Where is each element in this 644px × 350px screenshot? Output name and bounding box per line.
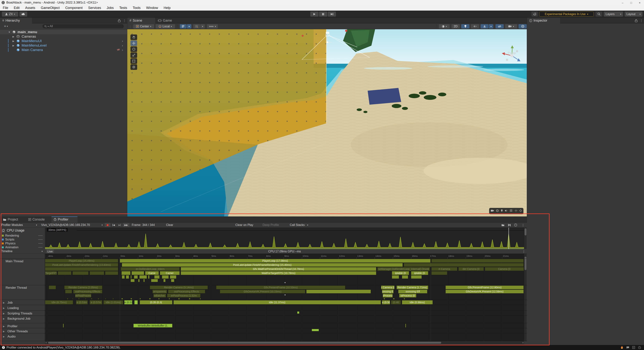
- cloud-button[interactable]: [20, 11, 27, 16]
- camera-view-dropdown[interactable]: ▾: [505, 24, 517, 28]
- timeline-bar[interactable]: [90, 271, 104, 275]
- console-status-icon[interactable]: [632, 346, 635, 349]
- cpu-usage-chart[interactable]: 33ms (30FPS): [45, 228, 524, 249]
- timeline-bar[interactable]: ansparents: [152, 290, 167, 293]
- timeline-bar[interactable]: Camera (0: [485, 267, 524, 271]
- timeline-bar[interactable]: Came: [145, 271, 158, 275]
- timeline-bar[interactable]: [45, 267, 118, 271]
- prefab-open-chevron-icon[interactable]: ›: [122, 48, 123, 52]
- foldout-arrow-icon[interactable]: ▶: [3, 325, 5, 328]
- overlay-skybox-icon[interactable]: [496, 209, 499, 213]
- snap-settings-button[interactable]: ▾: [207, 24, 218, 28]
- last-frame-button[interactable]: ▶▶: [123, 223, 129, 227]
- pause-button[interactable]: [319, 11, 327, 16]
- view-hand-tool-button[interactable]: [130, 34, 137, 40]
- timeline-bar[interactable]: r Camera (0.: [381, 286, 394, 289]
- thread-other-threads[interactable]: ▶Other Threads: [0, 329, 44, 334]
- timeline-bar[interactable]: [112, 298, 114, 299]
- thread-background-job[interactable]: ▶Background Job: [0, 317, 44, 321]
- first-frame-button[interactable]: ◀: [111, 223, 116, 227]
- timeline-bar[interactable]: [72, 271, 89, 275]
- grid-snap-toggle[interactable]: [180, 24, 186, 28]
- menu-help[interactable]: Help: [161, 5, 173, 10]
- timeline-bar[interactable]: cessing El: [382, 290, 394, 293]
- timeline-bar[interactable]: Gfx.WaitForPresentOnGfxThread (10.78ms): [181, 267, 376, 271]
- timeline-bar[interactable]: [49, 286, 56, 289]
- menu-file[interactable]: File: [0, 5, 11, 10]
- hierarchy-item-main-camera[interactable]: Main Camera›: [0, 48, 127, 52]
- maximize-button[interactable]: □: [627, 0, 636, 5]
- timeline-bar[interactable]: PostLateUpdate.FinishFrameRendering (13.…: [45, 263, 118, 267]
- timeline-bar[interactable]: erPostProcess (1.52m: [167, 294, 201, 298]
- status-message[interactable]: Profiler connected to AndroidPlayer(Vivo…: [6, 346, 120, 350]
- timeline-bar[interactable]: Idle (0.98ms): [402, 300, 433, 304]
- create-object-button[interactable]: +▾: [2, 24, 10, 28]
- visibility-off-icon[interactable]: [117, 48, 120, 52]
- timeline-hscrollbar[interactable]: ◂ ▸: [45, 342, 524, 344]
- thread-scripting-threads[interactable]: ▶Scripting Threads: [0, 312, 44, 316]
- overlay-grid-icon[interactable]: [510, 209, 513, 213]
- timeline-bar[interactable]: [98, 298, 99, 299]
- timeline-bar[interactable]: [151, 279, 158, 282]
- thread-audio[interactable]: ▶Audio: [0, 335, 44, 339]
- tab-console[interactable]: Console: [26, 216, 51, 223]
- overlay-gizmo-center-icon[interactable]: [514, 209, 518, 213]
- record-button[interactable]: [105, 223, 110, 227]
- timeline-bar[interactable]: neManager.DoRenderLoop_Internal() [Invok: [377, 267, 430, 271]
- timeline-bar[interactable]: [72, 298, 74, 299]
- timeline-bar[interactable]: PlayerLoop (15.49ms): [45, 259, 118, 263]
- cpu-module-title[interactable]: CPU Usage: [7, 229, 24, 233]
- inspector-menu-icon[interactable]: ⋮: [640, 19, 643, 22]
- menu-tools[interactable]: Tools: [130, 5, 143, 10]
- timeline-bar[interactable]: [122, 271, 130, 275]
- hierarchy-tab[interactable]: ≡ Hierarchy: [0, 18, 32, 23]
- prefab-open-chevron-icon[interactable]: ›: [122, 39, 123, 43]
- timeline-bar[interactable]: [122, 298, 123, 299]
- lock-icon[interactable]: [635, 19, 638, 22]
- timeline-bar[interactable]: ostProcessing Effects: [73, 290, 102, 293]
- clear-on-play-toggle[interactable]: Clear on Play: [234, 223, 254, 227]
- timeline-bar[interactable]: Idle (11.37ms): [174, 300, 381, 304]
- rect-tool-button[interactable]: [130, 58, 137, 64]
- timeline-bar[interactable]: WriteBuffer.WriteBuffer (1.: [134, 324, 172, 328]
- tab-project[interactable]: Project: [1, 216, 25, 223]
- search-button[interactable]: [596, 11, 602, 16]
- audio-toggle[interactable]: [471, 24, 479, 28]
- timeline-bar[interactable]: Render Camera (3.14ms): [150, 286, 208, 289]
- timeline-bar[interactable]: PlayerLoop (17.08ms): [120, 259, 431, 263]
- timeline-bar[interactable]: [432, 259, 524, 263]
- gizmos-toggle[interactable]: [518, 24, 527, 28]
- menu-edit[interactable]: Edit: [11, 5, 22, 10]
- save-profile-button[interactable]: [506, 223, 512, 227]
- step-button[interactable]: [328, 11, 336, 16]
- timeline-bar[interactable]: [140, 275, 147, 279]
- timeline-bar[interactable]: [67, 298, 68, 299]
- help-button[interactable]: ?: [513, 223, 518, 227]
- timeline-bar[interactable]: [78, 298, 80, 299]
- overlay-light-icon[interactable]: [501, 209, 503, 213]
- foldout-arrow-icon[interactable]: ▶: [3, 307, 5, 309]
- overlay-camera-icon[interactable]: [491, 209, 494, 213]
- menu-gameobject[interactable]: GameObject: [38, 5, 62, 10]
- flow-event-marker[interactable]: ▼: [284, 282, 286, 284]
- foldout-arrow-icon[interactable]: ▶: [3, 318, 5, 320]
- hierarchy-menu-icon[interactable]: ⋮: [123, 19, 126, 22]
- timeline-bar[interactable]: [122, 275, 125, 279]
- timeline-bar[interactable]: [171, 279, 174, 282]
- menu-services[interactable]: Services: [85, 5, 104, 10]
- timeline-bar[interactable]: [392, 275, 399, 279]
- timeline-bar[interactable]: e (0.53m: [76, 300, 88, 304]
- thread-profiler[interactable]: ▶Profiler: [0, 324, 44, 329]
- foldout-arrow-icon[interactable]: ▶: [12, 35, 15, 38]
- timeline-bar[interactable]: [402, 275, 408, 279]
- legend-animation[interactable]: Animation: [2, 246, 18, 249]
- timeline-bar[interactable]: [131, 275, 132, 279]
- timeline-bar[interactable]: Render Camera (2.05ms): [64, 286, 102, 289]
- timeline-bar[interactable]: e (0.57m: [90, 300, 102, 304]
- deep-profile-toggle[interactable]: Deep Profile: [261, 223, 280, 227]
- timeline-bar[interactable]: WaitForTargetFPS (10.78ms): [181, 271, 376, 275]
- timeline-bar[interactable]: der Camera (0: [458, 267, 484, 271]
- menu-tests[interactable]: Tests: [116, 5, 130, 10]
- tab-profiler[interactable]: Profiler: [52, 216, 78, 223]
- chart-scrollbar[interactable]: [524, 228, 526, 249]
